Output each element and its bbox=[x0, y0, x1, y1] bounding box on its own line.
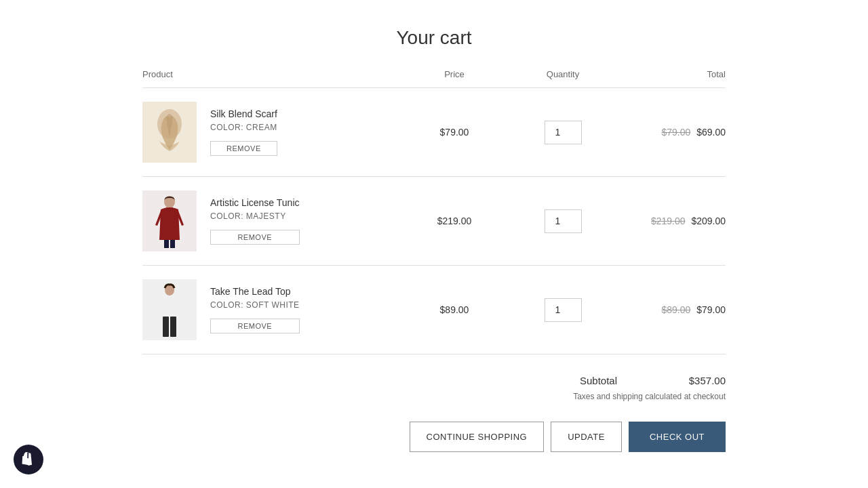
product-image-1 bbox=[142, 102, 197, 163]
sale-price-3: $79.00 bbox=[696, 304, 726, 315]
header-quantity: Quantity bbox=[509, 69, 617, 79]
quantity-cell-1 bbox=[509, 121, 617, 144]
update-button[interactable]: UPDATE bbox=[551, 422, 622, 452]
tax-note: Taxes and shipping calculated at checkou… bbox=[142, 392, 726, 401]
cart-item-artistic-license-tunic: Artistic License Tunic Color: MAJESTY RE… bbox=[142, 177, 726, 266]
quantity-input-1[interactable] bbox=[545, 121, 582, 144]
price-cell-2: $219.00 bbox=[400, 216, 509, 226]
header-total: Total bbox=[617, 69, 726, 79]
subtotal-value: $357.00 bbox=[671, 375, 726, 386]
svg-rect-5 bbox=[163, 317, 169, 337]
sale-price-1: $69.00 bbox=[696, 127, 726, 138]
checkout-button[interactable]: CHECK OUT bbox=[629, 422, 726, 452]
product-info-2: Artistic License Tunic Color: MAJESTY RE… bbox=[142, 190, 400, 251]
quantity-input-3[interactable] bbox=[545, 298, 582, 322]
product-info-1: Silk Blend Scarf Color: CREAM REMOVE bbox=[142, 102, 400, 163]
page-title: Your cart bbox=[0, 0, 868, 69]
total-cell-1: $79.00 $69.00 bbox=[617, 127, 726, 138]
quantity-input-2[interactable] bbox=[545, 209, 582, 233]
total-cell-2: $219.00 $209.00 bbox=[617, 216, 726, 226]
original-price-3: $89.00 bbox=[661, 304, 690, 315]
product-color-2: Color: MAJESTY bbox=[210, 211, 300, 221]
original-price-2: $219.00 bbox=[651, 216, 686, 226]
product-name-3: Take The Lead Top bbox=[210, 286, 300, 297]
header-price: Price bbox=[400, 69, 509, 79]
product-name-2: Artistic License Tunic bbox=[210, 197, 300, 208]
total-cell-3: $89.00 $79.00 bbox=[617, 304, 726, 315]
shopify-badge[interactable] bbox=[14, 445, 43, 474]
cart-container: Product Price Quantity Total Silk Blend … bbox=[129, 69, 739, 354]
product-details-2: Artistic License Tunic Color: MAJESTY RE… bbox=[210, 197, 300, 245]
cart-footer: Subtotal $357.00 Taxes and shipping calc… bbox=[129, 354, 739, 472]
svg-rect-3 bbox=[170, 240, 175, 248]
svg-rect-2 bbox=[164, 240, 169, 248]
product-image-3 bbox=[142, 279, 197, 340]
header-product: Product bbox=[142, 69, 400, 79]
continue-shopping-button[interactable]: CONTINUE SHOPPING bbox=[410, 422, 545, 452]
product-color-1: Color: CREAM bbox=[210, 123, 277, 132]
product-color-3: Color: SOFT WHITE bbox=[210, 300, 300, 310]
product-image-2 bbox=[142, 190, 197, 251]
quantity-cell-3 bbox=[509, 298, 617, 322]
original-price-1: $79.00 bbox=[661, 127, 690, 138]
remove-button-1[interactable]: REMOVE bbox=[210, 141, 277, 156]
subtotal-label: Subtotal bbox=[580, 375, 617, 386]
sale-price-2: $209.00 bbox=[691, 216, 726, 226]
product-name-1: Silk Blend Scarf bbox=[210, 108, 277, 119]
price-cell-1: $79.00 bbox=[400, 127, 509, 138]
cart-item-silk-blend-scarf: Silk Blend Scarf Color: CREAM REMOVE $79… bbox=[142, 88, 726, 177]
remove-button-2[interactable]: REMOVE bbox=[210, 230, 300, 245]
product-info-3: Take The Lead Top Color: SOFT WHITE REMO… bbox=[142, 279, 400, 340]
price-cell-3: $89.00 bbox=[400, 304, 509, 315]
quantity-cell-2 bbox=[509, 209, 617, 233]
product-details-3: Take The Lead Top Color: SOFT WHITE REMO… bbox=[210, 286, 300, 333]
product-details-1: Silk Blend Scarf Color: CREAM REMOVE bbox=[210, 108, 277, 156]
subtotal-row: Subtotal $357.00 bbox=[142, 375, 726, 386]
action-buttons: CONTINUE SHOPPING UPDATE CHECK OUT bbox=[142, 422, 726, 472]
svg-rect-6 bbox=[170, 317, 176, 337]
shopify-icon bbox=[20, 451, 37, 468]
cart-header: Product Price Quantity Total bbox=[142, 69, 726, 88]
cart-item-take-the-lead-top: Take The Lead Top Color: SOFT WHITE REMO… bbox=[142, 266, 726, 354]
remove-button-3[interactable]: REMOVE bbox=[210, 319, 300, 333]
